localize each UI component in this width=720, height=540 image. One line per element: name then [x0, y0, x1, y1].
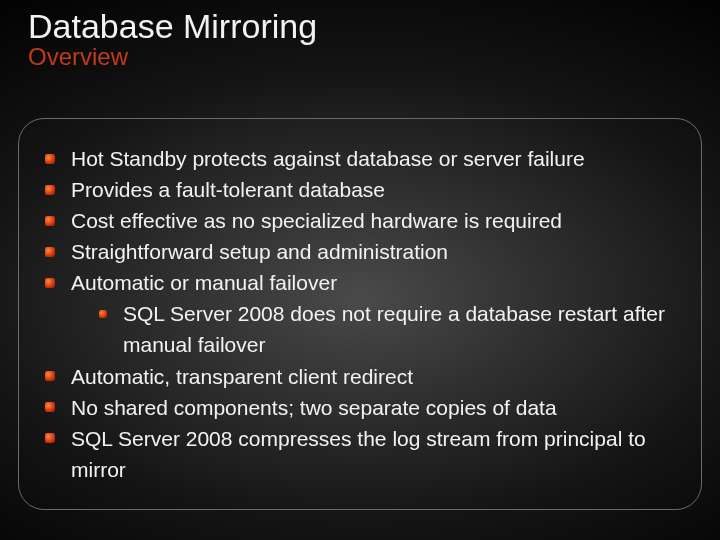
bullet-list: Hot Standby protects against database or…	[45, 143, 675, 485]
bullet-text: Automatic or manual failover	[71, 271, 337, 294]
slide-subtitle: Overview	[28, 43, 720, 71]
bullet-item: Hot Standby protects against database or…	[45, 143, 675, 174]
bullet-item: Straightforward setup and administration	[45, 236, 675, 267]
bullet-item: SQL Server 2008 compresses the log strea…	[45, 423, 675, 485]
title-block: Database Mirroring Overview	[0, 0, 720, 71]
sub-bullet-list: SQL Server 2008 does not require a datab…	[71, 298, 675, 360]
sub-bullet-item: SQL Server 2008 does not require a datab…	[99, 298, 675, 360]
bullet-item: Provides a fault-tolerant database	[45, 174, 675, 205]
slide-title: Database Mirroring	[28, 8, 720, 45]
bullet-item: Cost effective as no specialized hardwar…	[45, 205, 675, 236]
bullet-item: Automatic, transparent client redirect	[45, 361, 675, 392]
slide: Database Mirroring Overview Hot Standby …	[0, 0, 720, 540]
bullet-item: Automatic or manual failover SQL Server …	[45, 267, 675, 360]
bullet-item: No shared components; two separate copie…	[45, 392, 675, 423]
content-box: Hot Standby protects against database or…	[18, 118, 702, 510]
